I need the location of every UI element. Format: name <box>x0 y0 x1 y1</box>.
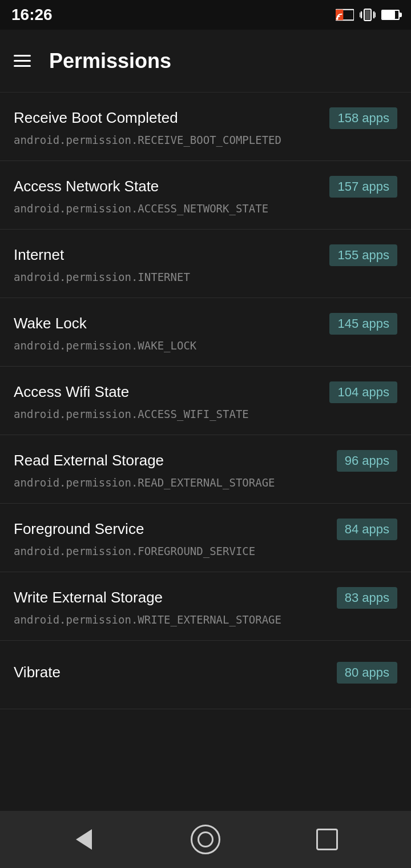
apps-badge: 84 apps <box>337 519 397 540</box>
battery-icon <box>381 10 400 20</box>
apps-badge: 80 apps <box>337 662 397 684</box>
permission-name: Foreground Service <box>14 520 144 538</box>
permissions-list: Receive Boot Completed158 appsandroid.pe… <box>0 93 411 811</box>
list-item[interactable]: Vibrate80 apps <box>0 641 411 709</box>
permission-id: android.permission.FOREGROUND_SERVICE <box>14 545 397 557</box>
permission-id: android.permission.READ_EXTERNAL_STORAGE <box>14 476 397 489</box>
menu-button[interactable] <box>14 55 31 67</box>
back-arrow-icon <box>76 829 92 850</box>
list-item[interactable]: Read External Storage96 appsandroid.perm… <box>0 435 411 504</box>
list-item[interactable]: Receive Boot Completed158 appsandroid.pe… <box>0 93 411 161</box>
svg-point-2 <box>336 18 339 20</box>
nav-bar <box>0 811 411 868</box>
apps-badge: 96 apps <box>337 450 397 472</box>
back-button[interactable] <box>67 822 101 857</box>
app-bar: Permissions <box>0 30 411 93</box>
list-item[interactable]: Wake Lock145 appsandroid.permission.WAKE… <box>0 298 411 367</box>
permission-id: android.permission.WRITE_EXTERNAL_STORAG… <box>14 613 397 626</box>
apps-badge: 157 apps <box>329 176 397 198</box>
list-item[interactable]: Internet155 appsandroid.permission.INTER… <box>0 230 411 298</box>
permission-name: Wake Lock <box>14 315 87 332</box>
permission-id: android.permission.ACCESS_WIFI_STATE <box>14 408 397 420</box>
permission-name: Access Wifi State <box>14 383 129 401</box>
status-icons <box>336 7 400 23</box>
apps-badge: 158 apps <box>329 107 397 129</box>
status-bar: 16:26 <box>0 0 411 30</box>
permission-id: android.permission.RECEIVE_BOOT_COMPLETE… <box>14 134 397 146</box>
page-title: Permissions <box>49 49 171 73</box>
list-item[interactable]: Write External Storage83 appsandroid.per… <box>0 572 411 641</box>
home-circle-icon <box>191 825 220 854</box>
apps-badge: 155 apps <box>329 244 397 266</box>
list-item[interactable]: Foreground Service84 appsandroid.permiss… <box>0 504 411 572</box>
vibrate-icon <box>360 7 376 23</box>
recents-square-icon <box>316 829 338 850</box>
permission-id: android.permission.WAKE_LOCK <box>14 339 397 352</box>
apps-badge: 104 apps <box>329 381 397 403</box>
apps-badge: 145 apps <box>329 313 397 335</box>
permission-name: Vibrate <box>14 664 61 681</box>
svg-rect-4 <box>365 10 370 20</box>
recents-button[interactable] <box>310 822 344 857</box>
permission-name: Receive Boot Completed <box>14 109 178 127</box>
status-time: 16:26 <box>11 6 53 24</box>
permission-name: Read External Storage <box>14 452 164 469</box>
permission-name: Internet <box>14 246 64 264</box>
permission-name: Write External Storage <box>14 589 163 606</box>
list-item[interactable]: Access Wifi State104 appsandroid.permiss… <box>0 367 411 435</box>
apps-badge: 83 apps <box>337 587 397 609</box>
home-button[interactable] <box>188 822 223 857</box>
permission-id: android.permission.ACCESS_NETWORK_STATE <box>14 202 397 215</box>
permission-name: Access Network State <box>14 178 159 195</box>
list-item[interactable]: Access Network State157 appsandroid.perm… <box>0 161 411 230</box>
permission-id: android.permission.INTERNET <box>14 271 397 283</box>
cast-icon <box>336 8 354 22</box>
